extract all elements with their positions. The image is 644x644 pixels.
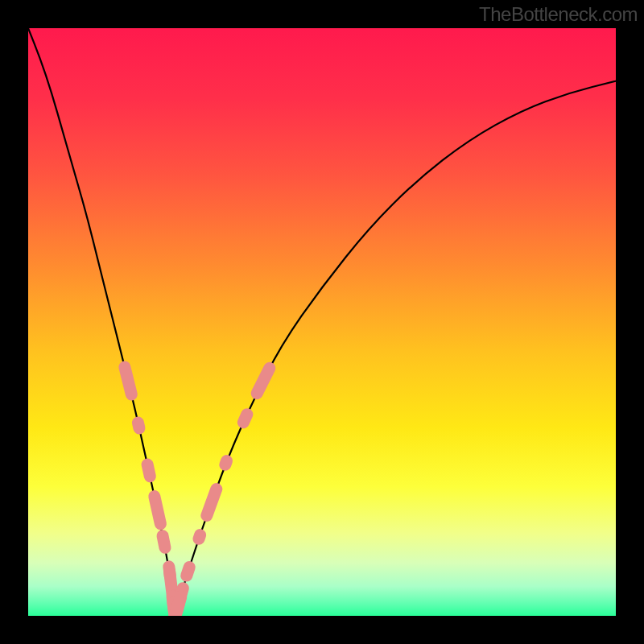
plot-area [28,28,616,616]
watermark-text: TheBottleneck.com [479,3,638,26]
gradient-background [28,28,616,616]
chart-frame: TheBottleneck.com [0,0,644,644]
svg-rect-0 [28,28,616,616]
